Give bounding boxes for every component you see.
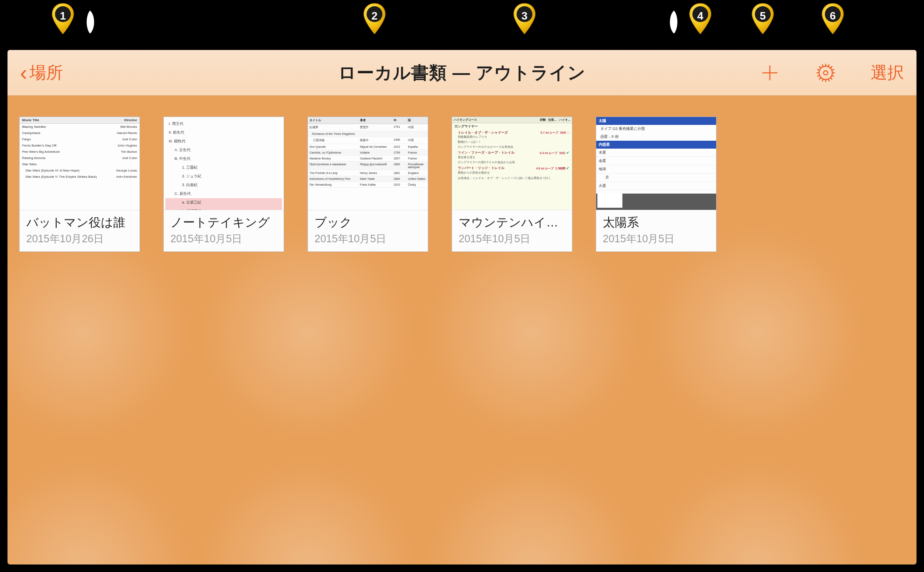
svg-line-18 <box>828 65 829 67</box>
document-thumbnail: タイトル著者年国紅楼夢曹雪芹1791中国Romance of the Three… <box>308 117 428 210</box>
gear-icon <box>816 63 836 83</box>
document-card[interactable]: 太陽タイプ G2 黄色矮星に分類惑星：8 個内惑星水星金星地球月火星太陽系201… <box>596 117 717 252</box>
document-date: 2015年10月5日 <box>315 232 421 246</box>
annotation-marker-2: 2 <box>362 2 387 35</box>
annotation-marker-1: 1 <box>51 2 75 35</box>
decorative-arc <box>665 9 677 35</box>
document-card[interactable]: タイトル著者年国紅楼夢曹雪芹1791中国Romance of the Three… <box>307 117 428 252</box>
document-thumbnail: Movie TitleDirectorBlazing SaddlesMel Br… <box>20 117 140 210</box>
svg-line-23 <box>818 75 820 76</box>
plus-icon <box>760 63 780 83</box>
annotation-marker-6: 6 <box>821 2 845 35</box>
back-button[interactable]: ‹ 場所 <box>20 61 63 84</box>
svg-line-20 <box>832 75 834 76</box>
document-footer: 太陽系2015年10月5日 <box>596 210 716 251</box>
svg-line-15 <box>831 77 832 79</box>
app-window: ‹ 場所 ローカル書類 — アウトライン <box>7 50 917 565</box>
svg-line-22 <box>822 79 823 81</box>
svg-line-25 <box>822 65 823 67</box>
documents-grid: Movie TitleDirectorBlazing SaddlesMel Br… <box>7 96 917 273</box>
document-title: バットマン役は誰 <box>26 214 133 231</box>
document-title: マウンテンハイキング <box>459 214 565 231</box>
document-footer: ブック2015年10月5日 <box>308 210 428 251</box>
document-title: 太陽系 <box>603 214 709 231</box>
decorative-arc <box>87 9 99 35</box>
svg-point-9 <box>824 71 828 75</box>
svg-line-14 <box>819 67 821 68</box>
nav-actions: 選択 <box>759 61 904 84</box>
annotation-marker-3: 3 <box>512 2 537 35</box>
back-label: 場所 <box>30 61 63 84</box>
select-button[interactable]: 選択 <box>871 61 904 84</box>
document-thumbnail: 太陽タイプ G2 黄色矮星に分類惑星：8 個内惑星水星金星地球月火星 <box>596 117 716 210</box>
document-card[interactable]: Movie TitleDirectorBlazing SaddlesMel Br… <box>19 117 140 252</box>
document-title: ノートテイキング <box>170 214 277 231</box>
document-footer: ノートテイキング2015年10月5日 <box>164 210 284 251</box>
document-date: 2015年10月5日 <box>603 232 709 246</box>
svg-line-19 <box>832 69 834 70</box>
document-thumbnail: I. 周王代II. 前生代III. 顕性代A. 古生代B. 中生代1. 三畳紀2… <box>164 117 284 210</box>
document-card[interactable]: ハイキングコース距離往復...ハイキ...ロングマイヤートレイル・オブ・ザ・シャ… <box>452 117 572 252</box>
document-footer: マウンテンハイキング2015年10月5日 <box>452 210 572 251</box>
annotation-marker-5: 5 <box>751 2 775 35</box>
add-button[interactable] <box>759 62 781 84</box>
document-card[interactable]: I. 周王代II. 前生代III. 顕性代A. 古生代B. 中生代1. 三畳紀2… <box>163 117 284 252</box>
svg-line-17 <box>819 77 821 79</box>
navigation-bar: ‹ 場所 ローカル書類 — アウトライン <box>7 50 917 96</box>
svg-line-24 <box>818 69 820 70</box>
annotation-bar: 123456 <box>0 0 924 50</box>
document-footer: バットマン役は誰2015年10月26日 <box>20 210 140 251</box>
document-title: ブック <box>315 214 421 231</box>
document-date: 2015年10月26日 <box>26 232 133 246</box>
document-date: 2015年10月5日 <box>170 232 277 246</box>
svg-line-21 <box>828 79 829 81</box>
document-thumbnail: ハイキングコース距離往復...ハイキ...ロングマイヤートレイル・オブ・ザ・シャ… <box>452 117 572 210</box>
annotation-marker-4: 4 <box>688 2 712 35</box>
svg-line-16 <box>831 67 832 68</box>
settings-button[interactable] <box>815 62 837 84</box>
document-date: 2015年10月5日 <box>459 232 565 246</box>
chevron-left-icon: ‹ <box>20 62 27 84</box>
page-title: ローカル書類 — アウトライン <box>338 61 585 85</box>
